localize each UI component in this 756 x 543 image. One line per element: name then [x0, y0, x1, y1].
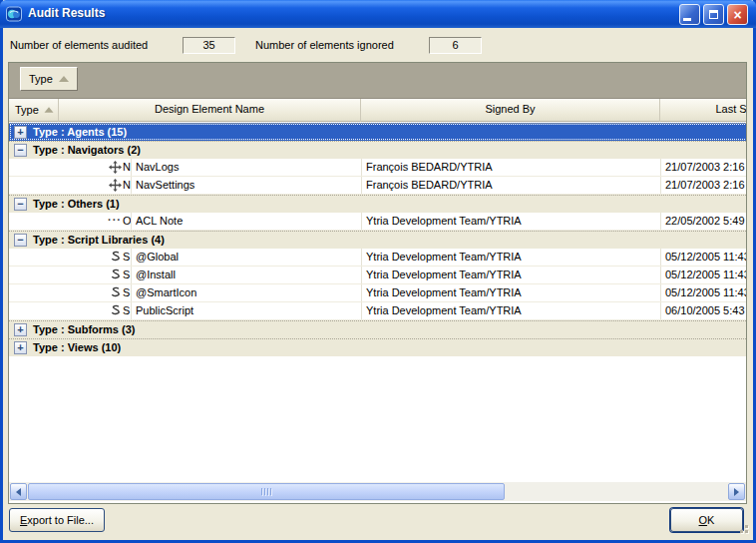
design-element-name: ACL Note	[131, 213, 361, 230]
scroll-right-button[interactable]	[728, 483, 745, 500]
expander-glyph: −	[17, 234, 23, 246]
collapse-icon[interactable]: −	[14, 234, 27, 247]
scroll-left-icon	[16, 488, 21, 496]
expander-glyph: +	[17, 341, 23, 353]
script-icon	[108, 251, 122, 265]
last-signed-cell: 21/07/2003 2:16	[660, 159, 747, 176]
script-icon	[108, 286, 122, 300]
column-header-signed-by[interactable]: Signed By	[361, 99, 660, 122]
last-signed-cell: 05/12/2005 11:43	[660, 249, 747, 266]
table-row[interactable]: ··· O ACL Note Ytria Development Team/YT…	[9, 213, 747, 231]
group-label: Type : Views (10)	[33, 339, 121, 356]
last-signed-cell: 06/10/2005 5:43	[660, 302, 747, 319]
groupby-field-label: Type	[29, 73, 53, 85]
titlebar[interactable]: Audit Results ×	[0, 0, 756, 28]
ignored-label: Number of elements ignored	[255, 39, 394, 53]
column-header-type[interactable]: Type	[9, 99, 59, 122]
expand-icon[interactable]: +	[14, 126, 27, 139]
ok-label: K	[707, 514, 714, 526]
group-label: Type : Others (1)	[33, 196, 120, 213]
design-element-name: @Global	[131, 249, 361, 266]
expander-glyph: −	[17, 144, 23, 156]
group-label: Type : Agents (15)	[33, 124, 127, 141]
groupby-type-button[interactable]: Type	[20, 67, 78, 91]
script-icon	[108, 304, 122, 318]
signed-by-cell: François BEDARD/YTRIA	[361, 177, 660, 194]
signed-by-cell: Ytria Development Team/YTRIA	[361, 284, 660, 301]
design-element-name: NavSettings	[131, 177, 361, 194]
collapse-icon[interactable]: −	[14, 198, 27, 211]
maximize-icon	[709, 10, 718, 19]
group-label: Type : Navigators (2)	[33, 142, 141, 159]
signed-by-cell: Ytria Development Team/YTRIA	[361, 302, 660, 319]
audited-label: Number of elements audited	[10, 39, 148, 53]
table-row[interactable]: S @Global Ytria Development Team/YTRIA 0…	[9, 249, 747, 267]
resize-grip-icon	[745, 525, 748, 528]
close-button[interactable]: ×	[727, 4, 748, 25]
expander-glyph: +	[17, 126, 23, 138]
table-row[interactable]: S @SmartIcon Ytria Development Team/YTRI…	[9, 284, 747, 302]
scroll-right-icon	[734, 488, 739, 496]
last-signed-cell: 21/07/2003 2:16	[660, 177, 747, 194]
export-label: xport to File...	[27, 514, 94, 526]
group-row-agents[interactable]: + Type : Agents (15)	[9, 123, 747, 141]
last-signed-cell: 22/05/2002 5:49	[660, 213, 747, 230]
ok-button[interactable]: OK	[670, 508, 743, 532]
group-row-subforms[interactable]: + Type : Subforms (3)	[9, 320, 747, 338]
minimize-icon	[683, 18, 691, 21]
export-to-file-button[interactable]: Export to File...	[9, 508, 105, 532]
design-element-name: PublicScript	[131, 302, 361, 319]
signed-by-cell: Ytria Development Team/YTRIA	[361, 267, 660, 283]
table-row[interactable]: S @Install Ytria Development Team/YTRIA …	[9, 267, 747, 284]
last-signed-cell: 05/12/2005 11:43	[660, 284, 747, 301]
app-icon	[6, 6, 22, 22]
column-header-last-signed[interactable]: Last Signed	[660, 99, 747, 122]
group-label: Type : Subforms (3)	[33, 321, 135, 338]
others-icon: ···	[108, 213, 122, 227]
expander-glyph: +	[17, 323, 23, 335]
group-row-views[interactable]: + Type : Views (10)	[9, 338, 747, 356]
scrollbar-grip-icon	[260, 488, 272, 495]
sort-asc-icon	[44, 107, 53, 112]
minimize-button[interactable]	[679, 4, 700, 25]
groupby-band[interactable]: Type	[9, 63, 746, 99]
sort-asc-icon	[59, 76, 69, 82]
scroll-left-button[interactable]	[10, 483, 27, 500]
expand-icon[interactable]: +	[14, 323, 27, 336]
table-row[interactable]: N NavLogs François BEDARD/YTRIA 21/07/20…	[9, 159, 747, 177]
signed-by-cell: François BEDARD/YTRIA	[361, 159, 660, 176]
close-icon: ×	[733, 8, 741, 22]
maximize-button[interactable]	[703, 4, 724, 25]
design-element-name: @Install	[131, 267, 361, 283]
ok-mnemonic: O	[699, 514, 708, 526]
group-row-script-libraries[interactable]: − Type : Script Libraries (4)	[9, 231, 747, 249]
navigator-icon	[108, 161, 122, 175]
audited-value-field: 35	[183, 37, 235, 54]
signed-by-cell: Ytria Development Team/YTRIA	[361, 249, 660, 266]
group-row-navigators[interactable]: − Type : Navigators (2)	[9, 141, 747, 159]
table-row[interactable]: S PublicScript Ytria Development Team/YT…	[9, 302, 747, 320]
resize-grip-icon	[740, 530, 743, 533]
column-header-type-label: Type	[15, 100, 39, 121]
group-row-others[interactable]: − Type : Others (1)	[9, 195, 747, 213]
expand-icon[interactable]: +	[14, 341, 27, 354]
signed-by-cell: Ytria Development Team/YTRIA	[361, 213, 660, 230]
navigator-icon	[108, 179, 122, 193]
column-header-design-element-name[interactable]: Design Element Name	[59, 99, 361, 122]
scrollbar-thumb[interactable]	[28, 483, 505, 500]
horizontal-scrollbar[interactable]	[9, 482, 746, 501]
table-row[interactable]: N NavSettings François BEDARD/YTRIA 21/0…	[9, 177, 747, 195]
design-element-name: @SmartIcon	[131, 284, 361, 301]
ignored-value-field: 6	[429, 37, 482, 54]
last-signed-cell: 05/12/2005 11:43	[660, 267, 747, 283]
audit-results-window: Audit Results × Number of elements audit…	[0, 0, 756, 543]
collapse-icon[interactable]: −	[14, 144, 27, 157]
audit-results-grid: Type Type Design Element Name Signed By …	[8, 62, 747, 504]
expander-glyph: −	[17, 198, 23, 210]
window-title: Audit Results	[28, 0, 105, 28]
resize-grip-icon[interactable]	[745, 530, 748, 533]
group-label: Type : Script Libraries (4)	[33, 232, 165, 249]
script-icon	[108, 269, 122, 282]
design-element-name: NavLogs	[131, 159, 361, 176]
